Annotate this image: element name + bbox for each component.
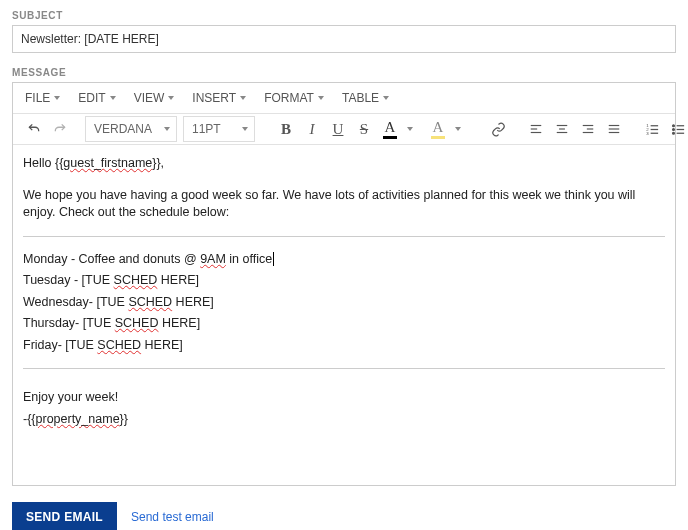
align-center-button[interactable] (549, 116, 575, 142)
chevron-down-icon (318, 96, 324, 100)
menu-insert-label: INSERT (192, 91, 236, 105)
editor-menubar: FILE EDIT VIEW INSERT FORMAT TABLE (13, 83, 675, 114)
chevron-down-icon (383, 96, 389, 100)
divider (23, 236, 665, 237)
svg-text:3: 3 (646, 130, 649, 135)
link-button[interactable] (485, 116, 511, 142)
font-family-value: VERDANA (94, 122, 152, 136)
actions-row: SEND EMAIL Send test email (12, 502, 676, 530)
redo-button[interactable] (47, 116, 73, 142)
chevron-down-icon (407, 127, 413, 131)
text-cursor (273, 252, 274, 266)
unordered-list-button[interactable] (665, 116, 688, 142)
message-label: MESSAGE (12, 67, 676, 78)
divider (23, 368, 665, 369)
schedule-thursday: Thursday- [TUE SCHED HERE] (23, 315, 665, 333)
body-intro: We hope you have having a good week so f… (23, 187, 665, 222)
italic-button[interactable]: I (299, 116, 325, 142)
chevron-down-icon (242, 127, 248, 131)
menu-edit[interactable]: EDIT (70, 85, 123, 111)
editor-toolbar: VERDANA 11PT B I U S A A (13, 114, 675, 145)
menu-file[interactable]: FILE (17, 85, 68, 111)
bold-button[interactable]: B (273, 116, 299, 142)
highlight-color-button[interactable]: A (425, 116, 473, 142)
body-signature: -{{property_name}} (23, 411, 665, 429)
font-size-value: 11PT (192, 122, 221, 136)
ordered-list-button[interactable]: 123 (639, 116, 665, 142)
schedule-tuesday: Tuesday - [TUE SCHED HERE] (23, 272, 665, 290)
chevron-down-icon (168, 96, 174, 100)
send-email-button[interactable]: SEND EMAIL (12, 502, 117, 530)
menu-view[interactable]: VIEW (126, 85, 183, 111)
font-size-select[interactable]: 11PT (183, 116, 255, 142)
editor: FILE EDIT VIEW INSERT FORMAT TABLE VERDA… (12, 82, 676, 486)
chevron-down-icon (455, 127, 461, 131)
font-family-select[interactable]: VERDANA (85, 116, 177, 142)
chevron-down-icon (110, 96, 116, 100)
menu-insert[interactable]: INSERT (184, 85, 254, 111)
align-left-button[interactable] (523, 116, 549, 142)
body-greeting: Hello {{guest_firstname}}, (23, 155, 665, 173)
menu-view-label: VIEW (134, 91, 165, 105)
menu-format-label: FORMAT (264, 91, 314, 105)
schedule-friday: Friday- [TUE SCHED HERE] (23, 337, 665, 355)
underline-button[interactable]: U (325, 116, 351, 142)
menu-edit-label: EDIT (78, 91, 105, 105)
text-color-button[interactable]: A (377, 116, 425, 142)
body-closing-line: Enjoy your week! (23, 389, 665, 407)
svg-point-22 (672, 128, 674, 130)
svg-point-21 (672, 124, 674, 126)
undo-button[interactable] (21, 116, 47, 142)
chevron-down-icon (164, 127, 170, 131)
menu-table-label: TABLE (342, 91, 379, 105)
chevron-down-icon (54, 96, 60, 100)
send-test-email-link[interactable]: Send test email (131, 510, 214, 524)
schedule-monday: Monday - Coffee and donuts @ 9AM in offi… (23, 251, 665, 269)
menu-file-label: FILE (25, 91, 50, 105)
subject-input[interactable] (12, 25, 676, 53)
subject-label: SUBJECT (12, 10, 676, 21)
svg-point-23 (672, 132, 674, 134)
align-justify-button[interactable] (601, 116, 627, 142)
chevron-down-icon (240, 96, 246, 100)
editor-content[interactable]: Hello {{guest_firstname}}, We hope you h… (13, 145, 675, 485)
align-right-button[interactable] (575, 116, 601, 142)
menu-table[interactable]: TABLE (334, 85, 397, 111)
menu-format[interactable]: FORMAT (256, 85, 332, 111)
strikethrough-button[interactable]: S (351, 116, 377, 142)
schedule-wednesday: Wednesday- [TUE SCHED HERE] (23, 294, 665, 312)
